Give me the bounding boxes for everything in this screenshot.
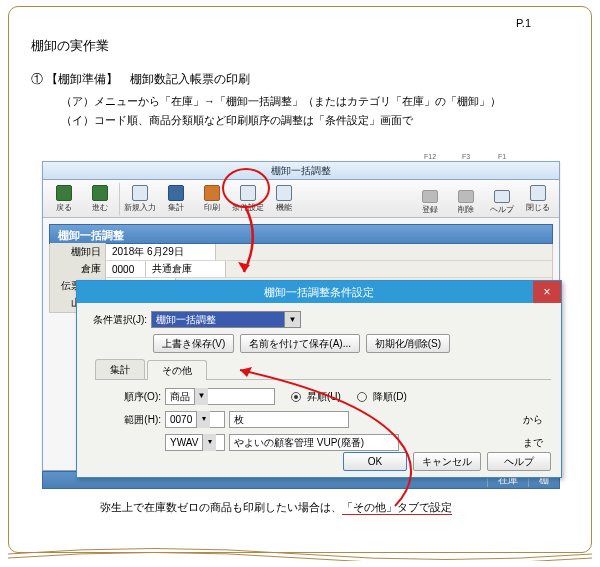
new-button[interactable]: 新規入力: [123, 182, 157, 216]
section-num: ①: [31, 72, 43, 86]
range-unit-field[interactable]: 枚: [229, 411, 349, 428]
help-label: ヘルプ: [490, 204, 514, 215]
print-icon: [204, 185, 220, 201]
range-to-name-field[interactable]: やよいの顧客管理 VUP(廃番): [229, 434, 399, 451]
warehouse-label: 倉庫: [50, 260, 106, 278]
desc-label: 降順(D): [373, 390, 407, 404]
order-label: 順序(O):: [101, 390, 161, 404]
tab-other[interactable]: その他: [147, 360, 207, 380]
asc-label: 昇順(U): [307, 390, 341, 404]
function-button[interactable]: 機能: [267, 182, 301, 216]
row-date: 棚卸日 2018年 6月29日: [50, 244, 552, 261]
page-number: P.1: [516, 17, 531, 29]
asc-radio[interactable]: [291, 392, 301, 402]
delete-icon: [458, 190, 474, 203]
aggregate-button[interactable]: 集計: [159, 182, 193, 216]
doc-title: 棚卸の実作業: [31, 37, 569, 55]
f1-label: F1: [498, 153, 506, 160]
delete-button: F3削除: [449, 182, 483, 216]
date-label: 棚卸日: [50, 243, 106, 261]
bottom-note-prefix: 弥生上で在庫数ゼロの商品も印刷したい場合は、: [100, 501, 342, 513]
row-warehouse: 倉庫 0000 共通倉庫: [50, 261, 552, 278]
dialog-close-button[interactable]: ×: [533, 281, 561, 303]
chevron-down-icon: ▼: [284, 312, 300, 327]
order-value: 商品: [170, 390, 190, 404]
page-curl: [8, 547, 592, 561]
to-suffix: まで: [523, 436, 543, 450]
bottom-note: 弥生上で在庫数ゼロの商品も印刷したい場合は、「その他」タブで設定: [100, 500, 452, 515]
range-to-name-value: やよいの顧客管理 VUP(廃番): [234, 436, 364, 450]
new-label: 新規入力: [124, 202, 156, 213]
close-label: 閉じる: [526, 202, 550, 213]
reset-button[interactable]: 初期化/削除(S): [366, 334, 450, 353]
f3-label: F3: [462, 153, 470, 160]
aggregate-icon: [168, 185, 184, 201]
date-field[interactable]: 2018年 6月29日: [106, 244, 216, 260]
window-titlebar: 棚卸一括調整: [43, 162, 559, 180]
print-label: 印刷: [204, 202, 220, 213]
warehouse-name-field[interactable]: 共通倉庫: [146, 261, 226, 277]
function-label: 機能: [276, 202, 292, 213]
dialog-help-button[interactable]: ヘルプ: [487, 452, 551, 471]
condition-dialog: 棚卸一括調整条件設定 × 条件選択(J): 棚卸一括調整 ▼ 上書き保存(V) …: [76, 280, 562, 478]
bottom-note-emph: 「その他」タブで設定: [342, 501, 452, 515]
gear-icon: [240, 185, 256, 201]
chevron-down-icon: ▾: [196, 411, 210, 428]
function-icon: [276, 185, 292, 201]
toolbar-sep: [119, 182, 121, 216]
cond-select-combo[interactable]: 棚卸一括調整 ▼: [151, 311, 301, 328]
tab-other-panel: 順序(O): 商品 ▼ 昇順(U) 降順(D) 範囲(H): 0070▾ 枚 か…: [87, 380, 551, 459]
back-button[interactable]: 戻る: [47, 182, 81, 216]
chevron-down-icon: ▾: [202, 434, 216, 451]
close-button[interactable]: 閉じる: [521, 182, 555, 216]
dialog-tabs: 集計 その他: [95, 359, 551, 380]
cond-select-label: 条件選択(J):: [87, 313, 147, 327]
cond-select-value: 棚卸一括調整: [156, 313, 216, 327]
tab-aggregate[interactable]: 集計: [95, 359, 145, 379]
toolbar: 戻る 進む 新規入力 集計 印刷 条件設定 機能 F12登録 F3削除 F1ヘル…: [43, 180, 559, 218]
range-unit-value: 枚: [234, 413, 244, 427]
back-icon: [56, 185, 72, 201]
overwrite-save-button[interactable]: 上書き保存(V): [153, 334, 234, 353]
save-as-button[interactable]: 名前を付けて保存(A)...: [240, 334, 360, 353]
help-button[interactable]: F1ヘルプ: [485, 182, 519, 216]
range-from-field[interactable]: 0070▾: [165, 411, 225, 428]
dialog-titlebar: 棚卸一括調整条件設定 ×: [77, 281, 561, 303]
desc-radio[interactable]: [357, 392, 367, 402]
forward-button[interactable]: 進む: [83, 182, 117, 216]
help-icon: [494, 190, 510, 203]
range-label: 範囲(H):: [101, 413, 161, 427]
range-to-code-value: YWAV: [170, 437, 198, 448]
back-label: 戻る: [56, 202, 72, 213]
cancel-button[interactable]: キャンセル: [413, 452, 481, 471]
section-label: 【棚卸準備】 棚卸数記入帳票の印刷: [46, 72, 250, 86]
order-combo[interactable]: 商品 ▼: [165, 388, 275, 405]
dialog-body: 条件選択(J): 棚卸一括調整 ▼ 上書き保存(V) 名前を付けて保存(A)..…: [77, 303, 561, 463]
forward-label: 進む: [92, 202, 108, 213]
range-to-code-field[interactable]: YWAV▾: [165, 434, 225, 451]
register-label: 登録: [422, 204, 438, 215]
aggregate-label: 集計: [168, 202, 184, 213]
instruction-b: （イ）コード順、商品分類順など印刷順序の調整は「条件設定」画面で: [61, 113, 569, 128]
register-icon: [422, 190, 438, 203]
dialog-footer: OK キャンセル ヘルプ: [343, 452, 551, 471]
condition-label: 条件設定: [232, 202, 264, 213]
warehouse-code-field[interactable]: 0000: [106, 261, 146, 277]
condition-button[interactable]: 条件設定: [231, 182, 265, 216]
close-icon: [530, 185, 546, 201]
register-button: F12登録: [413, 182, 447, 216]
ok-button[interactable]: OK: [343, 452, 407, 471]
from-suffix: から: [523, 413, 543, 427]
range-from-value: 0070: [170, 414, 192, 425]
instruction-a: （ア）メニューから「在庫」→「棚卸一括調整」（またはカテゴリ「在庫」の「棚卸」）: [61, 94, 569, 109]
chevron-down-icon: ▼: [194, 388, 208, 405]
f12-label: F12: [424, 153, 436, 160]
section-title: ① 【棚卸準備】 棚卸数記入帳票の印刷: [31, 71, 569, 88]
panel-header: 棚卸一括調整: [49, 224, 553, 244]
dialog-title: 棚卸一括調整条件設定: [264, 286, 374, 298]
new-icon: [132, 185, 148, 201]
forward-icon: [92, 185, 108, 201]
delete-label: 削除: [458, 204, 474, 215]
print-button[interactable]: 印刷: [195, 182, 229, 216]
